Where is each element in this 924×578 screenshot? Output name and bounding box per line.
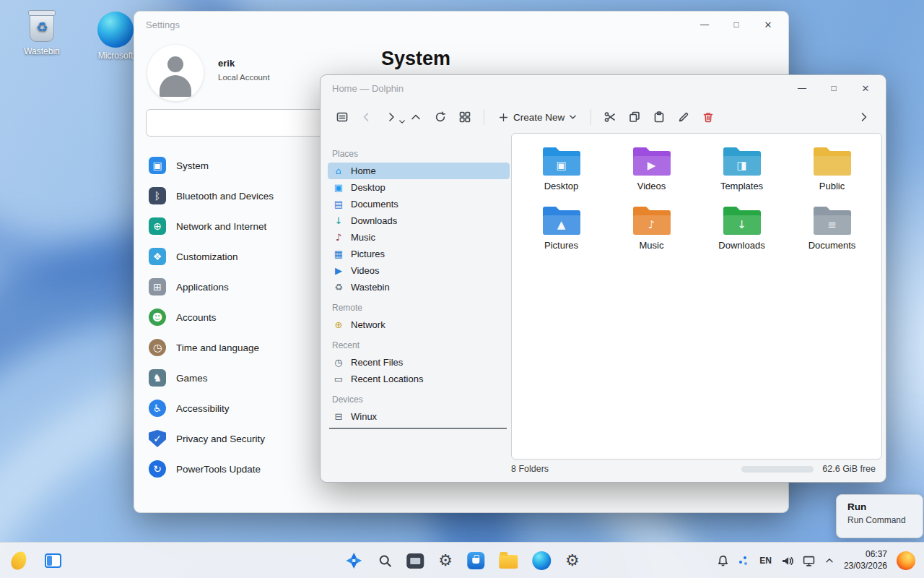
user-account-type: Local Account bbox=[218, 73, 270, 82]
folder-label: Public bbox=[790, 181, 875, 191]
folder-label: Downloads bbox=[699, 240, 785, 251]
cut-icon[interactable] bbox=[598, 105, 622, 129]
folder-item-desktop[interactable]: ▣ Desktop bbox=[519, 144, 604, 191]
place-wastebin[interactable]: ♻ Wastebin bbox=[328, 279, 510, 296]
sidebar-item-accessibility[interactable]: ♿ Accessibility bbox=[143, 393, 345, 423]
place-label: Winux bbox=[351, 411, 377, 422]
bag-icon bbox=[472, 558, 479, 564]
documents-icon: ▤ bbox=[332, 199, 345, 209]
folder-item-public[interactable]: Public bbox=[790, 144, 875, 191]
folder-count: 8 Folders bbox=[511, 464, 549, 474]
back-icon[interactable] bbox=[355, 105, 378, 129]
place-pictures[interactable]: ▦ Pictures bbox=[328, 246, 510, 262]
close-button[interactable]: ✕ bbox=[752, 12, 784, 38]
device-winux[interactable]: ⊟ Winux bbox=[328, 408, 510, 425]
place-videos[interactable]: ▶ Videos bbox=[328, 262, 510, 279]
display-cast-icon[interactable] bbox=[803, 555, 815, 567]
maximize-button[interactable]: □ bbox=[720, 12, 752, 38]
paste-icon[interactable] bbox=[648, 105, 671, 129]
language-indicator[interactable]: EN bbox=[759, 556, 772, 566]
folder-icon: ♪ bbox=[632, 203, 672, 236]
folder-item-music[interactable]: ♪ Music bbox=[609, 203, 694, 251]
wastebin-icon: ♻ bbox=[332, 282, 345, 292]
folder-icon bbox=[812, 144, 853, 177]
refresh-icon[interactable] bbox=[429, 105, 452, 129]
delete-icon[interactable] bbox=[697, 105, 720, 129]
settings-nav: ▣ System ᛒ Bluetooth and Devices ⊕ Netwo… bbox=[143, 150, 345, 484]
folder-item-videos[interactable]: ▶ Videos bbox=[609, 144, 694, 191]
folder-label: Templates bbox=[699, 181, 785, 191]
sidebar-item-label: Time and language bbox=[176, 342, 259, 353]
minimize-button[interactable]: — bbox=[786, 75, 818, 101]
maximize-button[interactable]: □ bbox=[818, 75, 850, 101]
connectivity-icon[interactable] bbox=[738, 556, 750, 566]
system-settings-icon[interactable]: ⚙ bbox=[565, 553, 580, 569]
sidebar-item-accounts[interactable]: ☻ Accounts bbox=[143, 302, 345, 332]
bluetooth-icon: ᛒ bbox=[149, 187, 166, 204]
sidebar-item-network-internet[interactable]: ⊕ Network and Internet bbox=[143, 211, 345, 241]
place-network[interactable]: ⊕ Network bbox=[328, 316, 510, 333]
discover-store-icon[interactable] bbox=[467, 552, 484, 569]
folder-emblem bbox=[812, 154, 853, 177]
chevron-down-icon bbox=[570, 115, 576, 119]
place-music[interactable]: ♪ Music bbox=[328, 229, 510, 246]
customization-icon: ❖ bbox=[149, 248, 166, 265]
sidebar-item-applications[interactable]: ⊞ Applications bbox=[143, 272, 345, 302]
up-icon[interactable] bbox=[404, 105, 427, 129]
toolbar-overflow-icon[interactable] bbox=[853, 105, 876, 129]
start-button[interactable] bbox=[344, 551, 363, 570]
clock[interactable]: 06:37 23/03/2026 bbox=[844, 549, 887, 571]
volume-icon[interactable] bbox=[781, 555, 793, 567]
edge-browser-icon[interactable] bbox=[532, 551, 551, 570]
forward-icon[interactable] bbox=[380, 105, 403, 129]
sidebar-item-system[interactable]: ▣ System bbox=[143, 150, 345, 181]
folder-emblem: ♪ bbox=[632, 213, 672, 236]
desktop-icon-wastebin[interactable]: ♻ Wastebin bbox=[7, 10, 77, 56]
sidebar-item-label: Games bbox=[176, 373, 208, 384]
menu-icon[interactable] bbox=[331, 105, 354, 129]
place-label: Music bbox=[351, 232, 375, 243]
sidebar-item-customization[interactable]: ❖ Customization bbox=[143, 241, 345, 272]
close-button[interactable]: ✕ bbox=[850, 75, 881, 101]
create-new-button[interactable]: Create New bbox=[492, 105, 583, 129]
copy-icon[interactable] bbox=[623, 105, 646, 129]
sidebar-item-privacy-security[interactable]: ✓ Privacy and Security bbox=[143, 423, 345, 454]
image-viewer-icon[interactable] bbox=[406, 553, 424, 569]
window-panel-icon[interactable] bbox=[45, 553, 61, 568]
file-manager-icon[interactable] bbox=[499, 555, 518, 569]
places-panel: Places ⌂ Home ▣ Desktop ▤ Documents ↓ Do… bbox=[328, 133, 510, 429]
notifications-bell-icon[interactable] bbox=[717, 555, 729, 567]
folder-icon: ▶ bbox=[632, 144, 672, 177]
place-documents[interactable]: ▤ Documents bbox=[328, 196, 510, 212]
sidebar-item-bluetooth-devices[interactable]: ᛒ Bluetooth and Devices bbox=[143, 181, 345, 211]
place-downloads[interactable]: ↓ Downloads bbox=[328, 212, 510, 229]
folder-icon: ≡ bbox=[812, 203, 853, 236]
sidebar-item-time-language[interactable]: ◷ Time and language bbox=[143, 332, 345, 363]
recent-section-header: Recent bbox=[332, 340, 510, 350]
place-desktop[interactable]: ▣ Desktop bbox=[328, 179, 510, 196]
winux-logo-icon[interactable] bbox=[9, 550, 28, 571]
sidebar-item-label: System bbox=[176, 160, 209, 171]
folder-item-documents[interactable]: ≡ Documents bbox=[790, 203, 875, 251]
place-home[interactable]: ⌂ Home bbox=[328, 163, 510, 179]
desktop-icon: ▣ bbox=[332, 183, 345, 192]
rename-icon[interactable] bbox=[672, 105, 695, 129]
music-icon: ♪ bbox=[332, 233, 345, 242]
icon-view-icon[interactable] bbox=[453, 105, 476, 129]
sidebar-item-games[interactable]: ♞ Games bbox=[143, 363, 345, 393]
place-label: Home bbox=[351, 165, 376, 176]
tray-expand-chevron-icon[interactable] bbox=[824, 556, 834, 566]
videos-icon: ▶ bbox=[332, 266, 345, 275]
run-tooltip-title: Run bbox=[847, 501, 912, 512]
firefox-icon[interactable] bbox=[897, 551, 915, 570]
search-icon[interactable] bbox=[378, 553, 392, 568]
place-recent-locations[interactable]: ▭ Recent Locations bbox=[328, 371, 510, 387]
minimize-button[interactable]: — bbox=[689, 12, 720, 38]
place-recent-files[interactable]: ◷ Recent Files bbox=[328, 354, 510, 371]
folder-item-downloads[interactable]: ↓ Downloads bbox=[699, 203, 785, 251]
folder-item-pictures[interactable]: ▲ Pictures bbox=[519, 203, 604, 251]
settings-gear-icon[interactable]: ⚙ bbox=[438, 553, 453, 569]
folder-label: Documents bbox=[790, 240, 875, 251]
folder-item-templates[interactable]: ◨ Templates bbox=[699, 144, 785, 191]
sidebar-item-powertools-update[interactable]: ↻ PowerTools Update bbox=[143, 454, 345, 484]
